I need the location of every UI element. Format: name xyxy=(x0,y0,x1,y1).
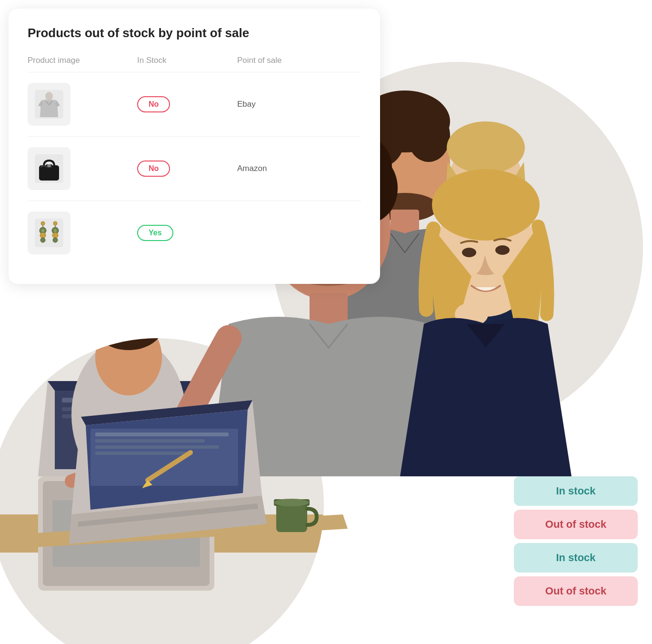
svg-point-21 xyxy=(129,469,157,486)
svg-point-32 xyxy=(94,302,163,350)
svg-point-74 xyxy=(53,238,58,242)
svg-line-53 xyxy=(148,453,191,480)
point-of-sale-2: Amazon xyxy=(218,137,361,201)
svg-point-7 xyxy=(371,193,438,221)
svg-rect-25 xyxy=(164,491,195,496)
col-header-product-image: Product image xyxy=(28,56,123,72)
svg-rect-19 xyxy=(62,407,167,411)
svg-point-68 xyxy=(40,232,46,238)
svg-marker-54 xyxy=(142,480,152,488)
table-title: Products out of stock by point of sale xyxy=(28,26,361,40)
product-earrings-icon xyxy=(32,216,66,250)
svg-point-9 xyxy=(448,141,524,231)
svg-line-28 xyxy=(219,503,257,507)
svg-rect-8 xyxy=(391,210,419,233)
svg-point-59 xyxy=(45,92,53,101)
table-row: No Amazon xyxy=(28,137,361,201)
svg-point-6 xyxy=(407,110,450,162)
svg-rect-18 xyxy=(62,398,191,402)
in-stock-badge-2: No xyxy=(137,161,170,177)
in-stock-badge-3: Yes xyxy=(137,225,173,241)
svg-rect-15 xyxy=(43,481,210,586)
svg-point-47 xyxy=(455,302,488,326)
svg-point-75 xyxy=(41,229,44,232)
svg-rect-50 xyxy=(95,439,205,443)
svg-rect-26 xyxy=(213,493,263,526)
svg-rect-16 xyxy=(52,500,200,567)
product-image-box xyxy=(28,211,70,254)
point-of-sale-1: Ebay xyxy=(218,72,361,137)
svg-rect-17 xyxy=(55,391,198,469)
status-badges-container: In stock Out of stock In stock Out of st… xyxy=(514,476,638,606)
svg-rect-24 xyxy=(167,493,193,517)
svg-point-42 xyxy=(124,466,167,494)
svg-rect-64 xyxy=(35,219,63,247)
product-bag-icon xyxy=(32,152,66,185)
col-header-point-of-sale: Point of sale xyxy=(218,56,361,72)
in-stock-badge-1: No xyxy=(137,96,170,112)
svg-rect-14 xyxy=(38,476,214,591)
svg-point-73 xyxy=(52,232,58,238)
product-image-cell xyxy=(28,83,123,126)
svg-point-76 xyxy=(54,229,57,232)
svg-line-29 xyxy=(219,507,257,512)
table-row: Yes xyxy=(28,201,361,265)
svg-rect-55 xyxy=(276,503,307,532)
svg-point-65 xyxy=(41,221,45,225)
svg-rect-48 xyxy=(90,429,238,486)
svg-point-45 xyxy=(462,248,476,257)
svg-rect-13 xyxy=(0,514,324,553)
svg-point-57 xyxy=(274,499,309,506)
col-header-in-stock: In Stock xyxy=(123,56,218,72)
status-badge-out-of-stock-2: Out of stock xyxy=(514,576,638,606)
svg-point-63 xyxy=(47,164,51,167)
table-row: No Ebay xyxy=(28,72,361,137)
svg-point-12 xyxy=(0,338,324,644)
svg-rect-49 xyxy=(95,433,229,436)
svg-point-70 xyxy=(53,221,57,225)
svg-rect-51 xyxy=(95,445,219,449)
status-badge-in-stock-2: In stock xyxy=(514,543,638,573)
svg-point-31 xyxy=(95,319,162,395)
page-container: Products out of stock by point of sale P… xyxy=(0,0,652,644)
svg-marker-23 xyxy=(148,474,155,483)
product-image-box xyxy=(28,83,70,126)
product-image-cell xyxy=(28,211,123,254)
svg-point-11 xyxy=(0,338,324,644)
svg-point-69 xyxy=(40,238,45,242)
svg-rect-20 xyxy=(62,414,181,418)
svg-point-10 xyxy=(447,121,525,174)
svg-rect-52 xyxy=(95,452,191,455)
product-image-box xyxy=(28,147,70,190)
svg-rect-41 xyxy=(310,293,348,326)
svg-line-22 xyxy=(114,453,148,479)
status-badge-in-stock-1: In stock xyxy=(514,476,638,506)
product-image-cell xyxy=(28,147,123,190)
table-card: Products out of stock by point of sale P… xyxy=(9,9,380,284)
status-badge-out-of-stock-1: Out of stock xyxy=(514,510,638,539)
point-of-sale-3 xyxy=(218,201,361,265)
svg-point-44 xyxy=(432,169,540,241)
product-vest-icon xyxy=(32,88,66,121)
svg-point-43 xyxy=(433,198,538,317)
svg-point-46 xyxy=(495,245,510,255)
svg-point-30 xyxy=(71,338,186,491)
product-table: Product image In Stock Point of sale xyxy=(28,56,361,265)
svg-line-27 xyxy=(218,498,256,502)
svg-rect-56 xyxy=(274,499,310,506)
